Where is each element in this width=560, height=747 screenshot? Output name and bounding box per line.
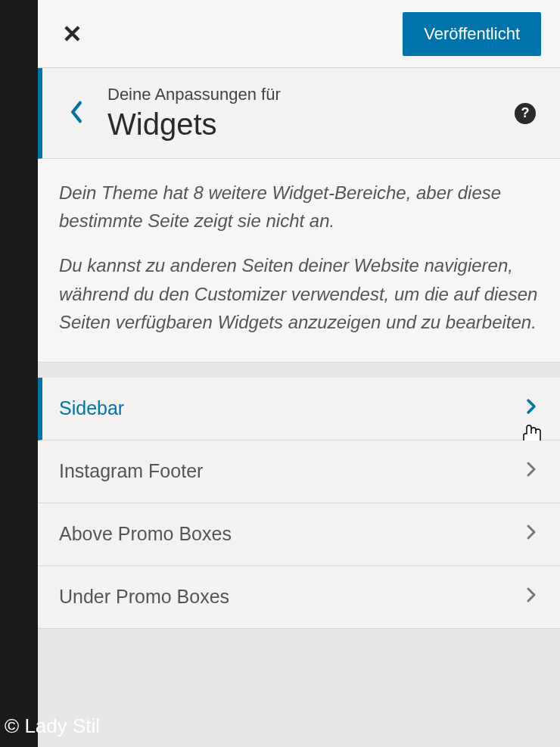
spacer <box>38 363 560 378</box>
widget-area-label: Instagram Footer <box>59 460 203 482</box>
widget-area-label: Under Promo Boxes <box>59 586 229 608</box>
help-icon[interactable]: ? <box>515 103 536 124</box>
publish-button[interactable]: Veröffentlicht <box>403 12 541 56</box>
widget-area-under-promo[interactable]: Under Promo Boxes <box>38 566 560 629</box>
widget-area-list: Sidebar Instagram Footer Above Promo Bo <box>38 378 560 629</box>
header-text: Deine Anpassungen für Widgets <box>107 85 515 142</box>
back-button[interactable] <box>42 99 107 128</box>
chevron-left-icon <box>68 99 85 125</box>
panel-header: Deine Anpassungen für Widgets ? <box>38 68 560 159</box>
page-title: Widgets <box>107 107 515 142</box>
widget-area-above-promo[interactable]: Above Promo Boxes <box>38 503 560 566</box>
widget-area-sidebar[interactable]: Sidebar <box>38 378 560 440</box>
description-text-2: Du kannst zu anderen Seiten deiner Websi… <box>59 251 539 336</box>
chevron-right-icon <box>524 521 539 547</box>
watermark: © Lady Stil <box>5 714 100 738</box>
widget-area-instagram-footer[interactable]: Instagram Footer <box>38 440 560 503</box>
chevron-right-icon <box>524 396 539 422</box>
widget-area-label: Above Promo Boxes <box>59 523 232 545</box>
chevron-right-icon <box>524 584 539 610</box>
widget-area-label: Sidebar <box>59 397 124 419</box>
description-text-1: Dein Theme hat 8 weitere Widget-Bereiche… <box>59 179 539 235</box>
customizer-panel: ✕ Veröffentlicht Deine Anpassungen für W… <box>38 0 560 747</box>
description-panel: Dein Theme hat 8 weitere Widget-Bereiche… <box>38 159 560 363</box>
top-bar: ✕ Veröffentlicht <box>38 0 560 68</box>
header-subtitle: Deine Anpassungen für <box>107 85 515 104</box>
close-icon[interactable]: ✕ <box>53 14 92 54</box>
chevron-right-icon <box>524 459 539 484</box>
